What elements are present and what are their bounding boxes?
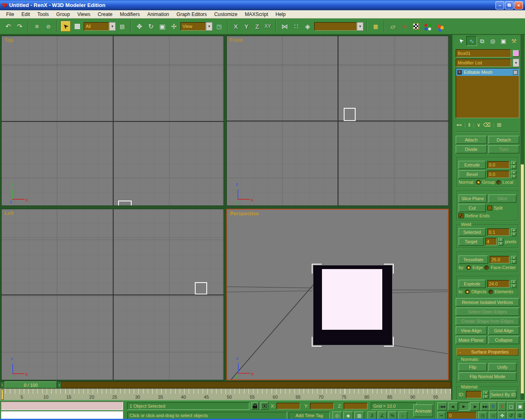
zoom-icon[interactable]: ⚲	[489, 402, 497, 411]
by-face-center-radio[interactable]	[484, 265, 489, 270]
refine-ends-checkbox[interactable]: ✓	[459, 213, 463, 218]
min-max-toggle-icon[interactable]: ⧉	[516, 412, 524, 419]
select-and-manipulate-icon[interactable]: ✢	[169, 21, 179, 32]
unlink-selection-icon[interactable]: ⊘	[43, 21, 53, 32]
tessellate-button[interactable]: Tessellate	[459, 256, 488, 264]
restore-button[interactable]: ⧉	[505, 1, 514, 9]
remove-modifier-icon[interactable]: ⌫	[483, 122, 491, 128]
tab-create[interactable]: ➤	[456, 36, 466, 46]
refine-ends-label[interactable]: Refine Ends	[465, 213, 490, 218]
make-planar-button[interactable]: Make Planar	[456, 336, 487, 344]
dropdown-arrow-icon[interactable]: ▼	[513, 59, 519, 67]
select-by-name-icon[interactable]: ▤	[117, 21, 127, 32]
restrict-z-button[interactable]: Z	[253, 21, 262, 32]
divide-button[interactable]: Divide	[456, 145, 487, 153]
attach-button[interactable]: Attach	[456, 136, 487, 144]
time-slider-track[interactable]	[62, 381, 451, 388]
select-and-scale-icon[interactable]: ▣	[158, 21, 167, 32]
select-by-id-button[interactable]: Select By ID	[490, 390, 516, 399]
split-checkbox[interactable]	[487, 205, 492, 210]
shaded-cube-icon[interactable]: ◇	[332, 411, 342, 420]
mirror-icon[interactable]: ⋈	[280, 21, 290, 32]
track-bar[interactable]: 5101520253035404550556065707580859095100	[0, 388, 451, 400]
flip-button[interactable]: Flip	[459, 363, 487, 371]
weld-selected-button[interactable]: Selected	[459, 228, 486, 236]
tab-hierarchy[interactable]: ⧉	[477, 36, 488, 46]
bevel-value-field[interactable]: 0.0	[487, 171, 509, 178]
object-name-field[interactable]: Box01	[456, 49, 511, 57]
play-button[interactable]: ▶	[459, 402, 469, 411]
go-to-start-button[interactable]: |◀◀	[437, 402, 447, 411]
spinner-snap-icon[interactable]: ↕	[398, 411, 407, 420]
dropdown-arrow-icon[interactable]: ▼	[357, 22, 363, 31]
to-objects-radio[interactable]	[465, 290, 470, 294]
zoom-extents-icon[interactable]: ▢	[507, 402, 515, 411]
to-objects-label[interactable]: Objects	[471, 289, 486, 294]
rectangular-selection-region-button[interactable]	[72, 21, 82, 32]
menu-item-edit[interactable]: Edit	[18, 11, 34, 18]
extrude-button[interactable]: Extrude	[459, 161, 486, 169]
panel-scrollbar[interactable]	[520, 35, 524, 400]
viewport-front[interactable]: Front z x y	[226, 36, 449, 206]
modifier-stack[interactable]: + Editable Mesh	[456, 68, 519, 118]
modifier-list-dropdown[interactable]: Modifier List	[456, 59, 511, 67]
align-icon[interactable]: ◈	[303, 21, 313, 32]
restrict-x-button[interactable]: X	[231, 21, 240, 32]
menu-item-graph-editors[interactable]: Graph Editors	[173, 11, 210, 18]
weld-target-value-field[interactable]: 4	[485, 238, 497, 245]
material-id-field[interactable]	[466, 391, 482, 398]
selected-box-wireframe[interactable]	[118, 201, 132, 206]
next-frame-button[interactable]: |▶	[470, 402, 480, 411]
unify-button[interactable]: Unify	[488, 363, 517, 371]
animate-button[interactable]: Animate	[413, 404, 433, 417]
extrude-spinner[interactable]: ▲▼	[511, 161, 516, 169]
absolute-offset-toggle-icon[interactable]	[260, 402, 268, 410]
time-configuration-icon[interactable]: ◷	[478, 412, 487, 419]
material-id-spinner[interactable]: ▲▼	[483, 391, 488, 399]
angle-snap-icon[interactable]: ∠	[378, 411, 387, 420]
panel-scrollbar-thumb[interactable]	[520, 164, 524, 394]
snap-3d-icon[interactable]: 3	[368, 411, 377, 420]
viewport-perspective[interactable]: Perspective z x y	[226, 209, 449, 380]
bevel-button[interactable]: Bevel	[459, 170, 486, 178]
explode-value-field[interactable]: 24.0	[487, 280, 509, 288]
to-elements-label[interactable]: Elements	[495, 289, 514, 294]
menu-item-group[interactable]: Group	[52, 11, 73, 18]
viewport-left-label[interactable]: Left	[5, 210, 14, 216]
select-and-link-icon[interactable]: ⧈	[32, 21, 42, 32]
z-coordinate-field[interactable]	[344, 403, 368, 409]
explode-spinner[interactable]: ▲▼	[511, 280, 516, 288]
menu-item-animation[interactable]: Animation	[144, 11, 173, 18]
select-object-button[interactable]: ➤	[61, 21, 71, 32]
named-selection-sets-dropdown[interactable]: ▼	[314, 22, 363, 31]
dropdown-arrow-icon[interactable]: ▼	[206, 22, 212, 31]
normal-group-radio[interactable]	[476, 180, 481, 185]
render-scene-icon[interactable]	[411, 21, 421, 32]
set-key-icon[interactable]: ⊸	[437, 412, 445, 419]
configure-modifier-sets-icon[interactable]: ⊞	[497, 122, 501, 128]
dropdown-arrow-icon[interactable]: ▼	[109, 22, 116, 31]
remove-isolated-vertices-button[interactable]: Remove Isolated Vertices	[456, 298, 519, 306]
slice-plane-button[interactable]: Slice Plane	[459, 194, 487, 203]
view-align-button[interactable]: View Align	[456, 326, 487, 335]
split-label[interactable]: Split	[494, 205, 502, 210]
pan-icon[interactable]: ✜	[498, 412, 506, 419]
weld-target-button[interactable]: Target	[459, 237, 484, 246]
time-slider-handle[interactable]: 0 / 100	[5, 381, 57, 388]
viewport-left[interactable]: Left z x y	[1, 209, 224, 380]
surface-properties-rollout-header[interactable]: - Surface Properties	[457, 348, 518, 356]
menu-item-help[interactable]: Help	[272, 11, 290, 18]
undo-icon[interactable]: ↶	[3, 21, 13, 32]
material-editor-icon[interactable]	[422, 21, 432, 32]
add-time-tag-field[interactable]: Add Time Tag	[289, 412, 330, 419]
time-caret[interactable]	[1, 389, 4, 400]
tab-modify[interactable]: ∿	[466, 36, 477, 46]
cut-button[interactable]: Cut	[459, 204, 486, 212]
maxscript-mini-listener[interactable]	[1, 411, 123, 420]
pin-stack-icon[interactable]: ⊷	[457, 122, 462, 128]
viewport-top-label[interactable]: Top	[5, 37, 14, 43]
restrict-xy-plane-button[interactable]: XY	[263, 21, 272, 32]
menu-item-views[interactable]: Views	[73, 11, 94, 18]
tab-motion[interactable]: ◎	[488, 36, 498, 46]
modifier-stack-item[interactable]: + Editable Mesh	[456, 68, 519, 76]
